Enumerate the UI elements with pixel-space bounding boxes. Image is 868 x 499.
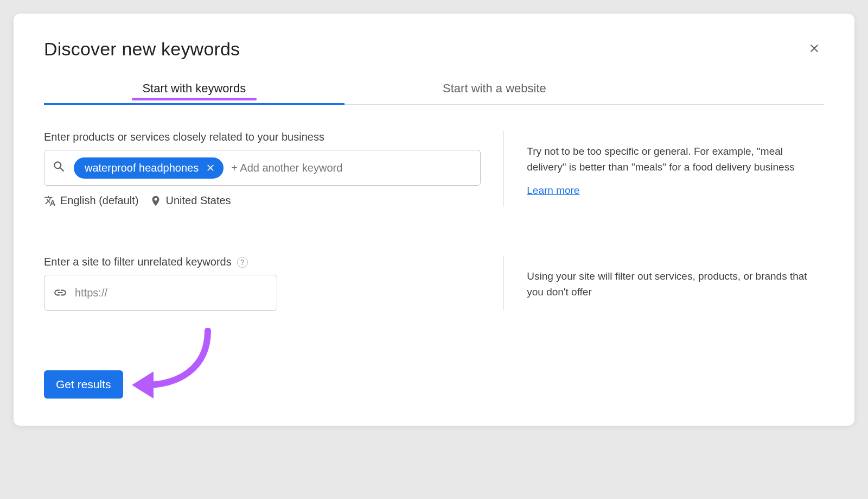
- close-icon: [205, 162, 216, 173]
- tab-label: Start with keywords: [142, 81, 246, 95]
- close-icon: [808, 42, 821, 55]
- location-selector[interactable]: United States: [150, 194, 231, 207]
- site-url-input[interactable]: [75, 287, 268, 299]
- tab-label: Start with a website: [443, 81, 546, 95]
- locale-row: English (default) United States: [44, 194, 481, 207]
- keyword-chip: waterproof headphones: [74, 157, 224, 179]
- annotation-arrow-icon: [126, 328, 213, 404]
- annotation-underline: [132, 98, 257, 100]
- vertical-divider: [503, 256, 504, 311]
- search-icon: [52, 160, 66, 176]
- learn-more-link[interactable]: Learn more: [527, 185, 579, 196]
- language-selector[interactable]: English (default): [44, 194, 139, 207]
- keywords-section: Enter products or services closely relat…: [44, 131, 824, 207]
- page-title: Discover new keywords: [44, 39, 240, 60]
- site-filter-section: Enter a site to filter unrelated keyword…: [44, 256, 824, 311]
- vertical-divider: [503, 131, 504, 207]
- location-label: United States: [166, 194, 231, 207]
- language-label: English (default): [60, 194, 139, 207]
- keywords-label: Enter products or services closely relat…: [44, 131, 481, 143]
- dialog-header: Discover new keywords: [44, 39, 824, 74]
- tab-start-with-website[interactable]: Start with a website: [344, 74, 645, 104]
- help-icon[interactable]: ?: [237, 257, 248, 268]
- link-icon: [53, 286, 67, 300]
- close-button[interactable]: [805, 39, 824, 58]
- tab-start-with-keywords[interactable]: Start with keywords: [44, 74, 344, 104]
- cta-row: Get results: [44, 370, 824, 399]
- tabs: Start with keywords Start with a website: [44, 74, 824, 105]
- site-label-text: Enter a site to filter unrelated keyword…: [44, 256, 232, 268]
- keywords-tip: Try not to be too specific or general. F…: [527, 144, 824, 175]
- site-input-box[interactable]: [44, 275, 277, 311]
- site-label: Enter a site to filter unrelated keyword…: [44, 256, 481, 268]
- get-results-button[interactable]: Get results: [44, 370, 123, 399]
- add-keyword-input[interactable]: [231, 162, 473, 174]
- keyword-planner-dialog: Discover new keywords Start with keyword…: [14, 14, 854, 426]
- chip-label: waterproof headphones: [85, 162, 199, 174]
- chip-remove-button[interactable]: [205, 162, 216, 173]
- location-icon: [150, 195, 162, 207]
- keywords-input-box[interactable]: waterproof headphones: [44, 150, 481, 186]
- translate-icon: [44, 195, 56, 207]
- site-tip: Using your site will filter out services…: [527, 269, 824, 300]
